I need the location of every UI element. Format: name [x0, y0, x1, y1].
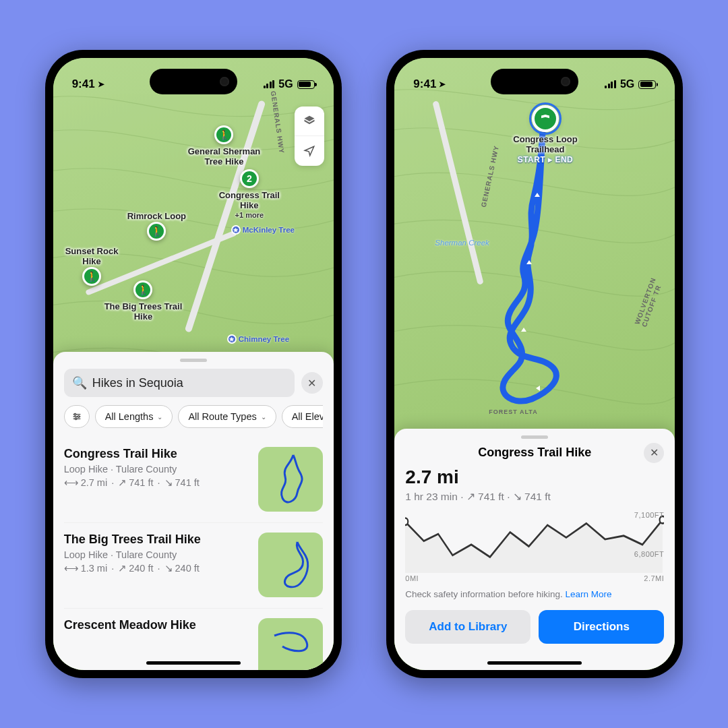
result-title: Crescent Meadow Hike	[64, 618, 196, 632]
search-value: Hikes in Sequoia	[92, 376, 183, 390]
location-icon: ➤	[439, 80, 446, 89]
learn-more-link[interactable]: Learn More	[565, 589, 611, 599]
list-item[interactable]: The Big Trees Trail Hike Loop Hike · Tul…	[64, 522, 323, 608]
signal-icon	[605, 80, 616, 88]
result-meta: Loop Hike · Tulare County	[64, 464, 200, 475]
poi-mckinley[interactable]: ★McKinley Tree	[231, 225, 295, 235]
trail-thumbnail	[258, 447, 323, 512]
result-meta: Loop Hike · Tulare County	[64, 549, 201, 560]
signal-icon	[264, 80, 275, 88]
clear-search-button[interactable]: ✕	[301, 372, 323, 394]
status-time: 9:41	[72, 78, 95, 91]
trail-thumbnail	[258, 618, 323, 670]
battery-icon	[638, 80, 656, 89]
screen-left: 9:41 ➤ 5G GENERALS HWY	[53, 58, 334, 670]
trailhead-pin[interactable]: Congress Loop Trailhead START ▸ END	[513, 105, 577, 164]
network-label: 5G	[278, 78, 293, 90]
map-pin-congress[interactable]: 2 Congress Trail Hike +1 more	[219, 169, 280, 219]
filter-settings-button[interactable]	[64, 405, 90, 428]
svg-point-2	[75, 418, 77, 420]
distance-value: 2.7 mi	[405, 466, 664, 488]
map-pin-rimrock[interactable]: Rimrock Loop 🚶	[127, 212, 186, 243]
directions-button[interactable]: Directions	[539, 610, 664, 644]
chevron-down-icon: ⌄	[261, 413, 266, 421]
trail-stats-line: 1 hr 23 min · ↗ 741 ft · ↘ 741 ft	[405, 491, 664, 503]
elevation-chart: 7,100FT 6,800FT	[405, 511, 664, 573]
search-icon: 🔍	[72, 375, 87, 390]
sheet-grabber[interactable]	[521, 435, 548, 439]
poi-chimney[interactable]: ★Chimney Tree	[227, 334, 289, 344]
elev-max-label: 7,100FT	[634, 511, 664, 519]
filter-chips: All Lengths⌄ All Route Types⌄ All Elev	[64, 405, 323, 428]
sheet-title: Congress Trail Hike	[478, 446, 591, 460]
map-controls	[295, 107, 324, 166]
result-title: Congress Trail Hike	[64, 447, 200, 461]
add-to-library-button[interactable]: Add to Library	[405, 610, 530, 644]
svg-point-0	[74, 413, 76, 415]
map-pin-bigtrees[interactable]: 🚶 The Big Trees Trail Hike	[104, 280, 183, 322]
trail-thumbnail	[258, 533, 323, 597]
elev-min-label: 6,800FT	[634, 550, 664, 558]
screen-right: 9:41 ➤ 5G GENERALS HWY WOLVERTON CUTOFF	[394, 58, 675, 670]
results-sheet[interactable]: 🔍 Hikes in Sequoia ✕ All Lengths⌄ All Ro…	[53, 352, 334, 670]
safety-note: Check safety information before hiking. …	[405, 589, 664, 599]
home-indicator[interactable]	[146, 661, 241, 665]
sheet-grabber[interactable]	[180, 359, 207, 362]
search-input[interactable]: 🔍 Hikes in Sequoia	[64, 369, 295, 397]
close-button[interactable]: ✕	[644, 443, 664, 463]
list-item[interactable]: Congress Trail Hike Loop Hike · Tulare C…	[64, 437, 323, 522]
chip-length[interactable]: All Lengths⌄	[95, 405, 173, 428]
svg-point-3	[405, 518, 408, 526]
network-label: 5G	[620, 78, 634, 90]
result-stats: ⟷ 1.3 mi· ↗ 240 ft· ↘ 240 ft	[64, 563, 201, 574]
chip-elevation[interactable]: All Elev	[282, 405, 323, 428]
result-stats: ⟷ 2.7 mi· ↗ 741 ft· ↘ 741 ft	[64, 477, 200, 488]
phone-right: 9:41 ➤ 5G GENERALS HWY WOLVERTON CUTOFF	[386, 50, 683, 678]
svg-point-1	[78, 416, 80, 418]
home-indicator[interactable]	[487, 661, 582, 665]
phone-left: 9:41 ➤ 5G GENERALS HWY	[45, 50, 342, 678]
map-layers-button[interactable]	[295, 107, 324, 136]
chevron-down-icon: ⌄	[157, 413, 162, 421]
dynamic-island	[150, 69, 237, 94]
result-title: The Big Trees Trail Hike	[64, 533, 201, 547]
detail-sheet[interactable]: Congress Trail Hike ✕ 2.7 mi 1 hr 23 min…	[394, 429, 675, 670]
battery-icon	[297, 80, 315, 89]
chip-route-type[interactable]: All Route Types⌄	[178, 405, 276, 428]
results-list: Congress Trail Hike Loop Hike · Tulare C…	[64, 437, 323, 670]
locate-me-button[interactable]	[295, 136, 324, 166]
location-icon: ➤	[98, 80, 104, 89]
dynamic-island	[491, 69, 578, 94]
status-time: 9:41	[413, 78, 436, 91]
x-end-label: 2.7MI	[644, 574, 664, 582]
map-pin-sherman[interactable]: 🚶 General Sherman Tree Hike	[188, 125, 261, 167]
x-start-label: 0MI	[405, 574, 419, 582]
